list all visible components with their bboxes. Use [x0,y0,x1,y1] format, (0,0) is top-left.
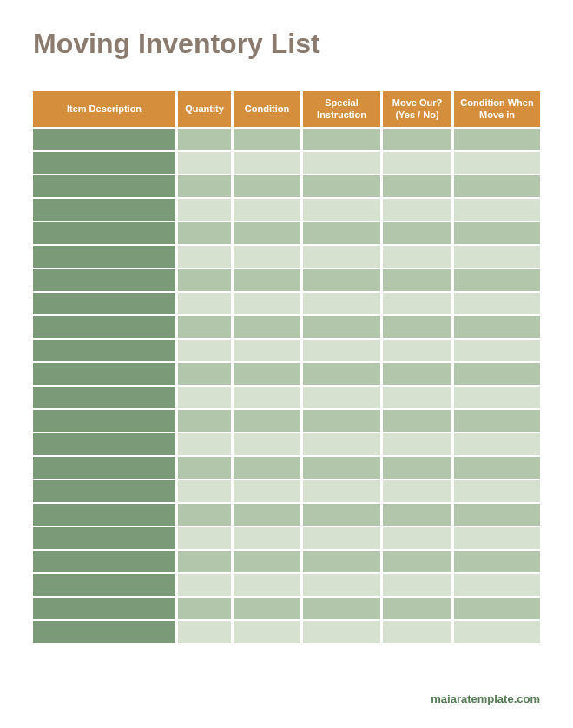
table-cell [300,361,380,385]
table-cell [33,385,175,408]
table-cell [380,549,451,572]
table-cell [380,150,451,174]
table-cell [33,361,175,385]
page-title: Moving Inventory List [33,28,540,60]
table-cell [231,197,300,221]
table-cell [231,314,300,338]
table-cell [451,455,540,479]
table-cell [300,408,380,432]
table-cell [380,244,451,268]
table-cell [231,408,300,432]
header-special-instruction: Special Instruction [300,91,380,127]
table-cell [175,455,231,479]
table-cell [380,385,451,408]
table-cell [451,174,540,197]
table-cell [451,268,540,291]
table-row [33,174,540,197]
table-cell [451,408,540,432]
table-cell [175,432,231,455]
table-cell [33,174,175,197]
table-cell [175,244,231,268]
table-cell [451,314,540,338]
table-row [33,268,540,291]
table-cell [380,408,451,432]
table-cell [231,572,300,596]
table-row [33,385,540,408]
table-cell [231,385,300,408]
table-row [33,572,540,596]
table-cell [300,479,380,502]
table-cell [380,432,451,455]
table-cell [175,385,231,408]
table-cell [175,174,231,197]
table-cell [380,197,451,221]
table-cell [33,268,175,291]
table-cell [33,526,175,549]
table-cell [380,291,451,314]
table-cell [175,596,231,619]
table-cell [33,127,175,150]
table-cell [175,502,231,526]
table-cell [33,455,175,479]
table-cell [451,596,540,619]
table-cell [300,526,380,549]
table-cell [380,221,451,244]
table-cell [380,502,451,526]
table-cell [175,314,231,338]
table-cell [451,291,540,314]
table-cell [300,221,380,244]
table-cell [33,619,175,643]
table-row [33,244,540,268]
header-item-description: Item Description [33,91,175,127]
table-row [33,526,540,549]
header-condition-move-in: Condition When Move in [451,91,540,127]
table-row [33,127,540,150]
table-cell [451,526,540,549]
header-condition: Condition [231,91,300,127]
table-row [33,549,540,572]
table-cell [175,479,231,502]
table-cell [175,572,231,596]
table-cell [451,502,540,526]
table-cell [300,619,380,643]
table-row [33,338,540,361]
table-cell [231,150,300,174]
table-cell [231,221,300,244]
table-cell [300,432,380,455]
table-cell [300,596,380,619]
table-cell [380,572,451,596]
table-cell [175,408,231,432]
table-cell [451,385,540,408]
table-cell [33,502,175,526]
table-cell [380,314,451,338]
table-cell [451,479,540,502]
table-cell [231,361,300,385]
table-cell [175,526,231,549]
table-cell [300,268,380,291]
table-cell [33,479,175,502]
table-cell [380,596,451,619]
table-row [33,479,540,502]
table-cell [300,244,380,268]
table-cell [380,619,451,643]
table-cell [451,619,540,643]
table-cell [231,127,300,150]
table-cell [451,338,540,361]
table-cell [175,291,231,314]
table-cell [175,338,231,361]
table-cell [175,361,231,385]
table-cell [451,244,540,268]
footer-credit: maiaratemplate.com [431,692,540,705]
table-cell [231,268,300,291]
table-cell [231,174,300,197]
table-row [33,455,540,479]
table-cell [231,619,300,643]
table-cell [33,291,175,314]
table-row [33,361,540,385]
table-row [33,314,540,338]
table-row [33,197,540,221]
header-quantity: Quantity [175,91,231,127]
table-cell [33,596,175,619]
table-cell [451,432,540,455]
table-cell [380,455,451,479]
